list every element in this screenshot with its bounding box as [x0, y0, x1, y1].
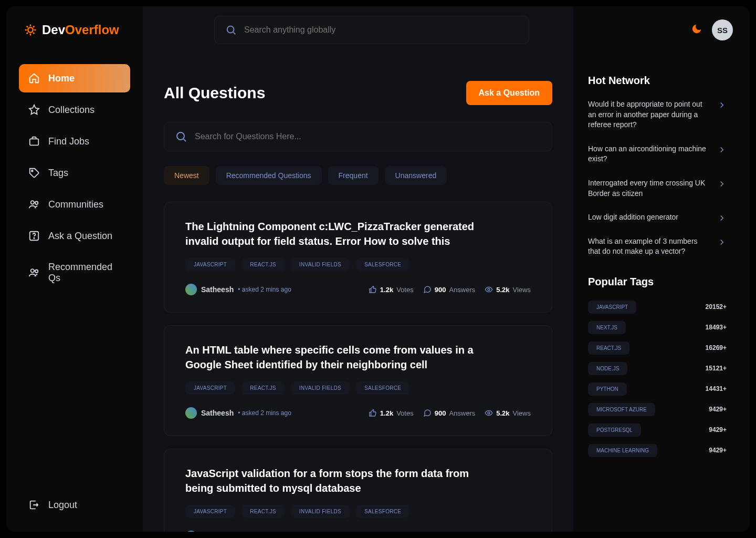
- theme-toggle[interactable]: [691, 23, 702, 37]
- popular-tag[interactable]: JAVASCRIPT: [588, 301, 636, 314]
- question-tag[interactable]: JAVASCRIPT: [185, 381, 235, 395]
- sidebar-item-home[interactable]: Home: [19, 64, 130, 92]
- chevron-right-icon: [717, 212, 727, 222]
- chevron-right-icon: [717, 144, 727, 153]
- popular-tags-list: JAVASCRIPT20152+NEXT.JS18493+REACT.JS162…: [588, 301, 727, 457]
- filter-recommended-questions[interactable]: Recommended Questions: [216, 166, 322, 185]
- question-tags: JAVASCRIPTREACT.JSINVALID FIELDSSALESFOR…: [185, 505, 531, 518]
- question-list: The Lightning Component c:LWC_PizzaTrack…: [164, 202, 552, 532]
- sidebar-item-label: Recommended Qs: [48, 262, 121, 284]
- sidebar-item-collections[interactable]: Collections: [19, 96, 130, 124]
- hot-network-item[interactable]: Low digit addition generator: [588, 212, 727, 223]
- question-tag[interactable]: JAVASCRIPT: [185, 258, 235, 271]
- chevron-right-icon: [717, 99, 727, 109]
- popular-tag-item[interactable]: POSTGRESQL9429+: [588, 423, 727, 437]
- user-avatar[interactable]: SS: [712, 19, 733, 40]
- hot-network-list: Would it be appropriate to point out an …: [588, 99, 727, 257]
- global-search-input[interactable]: [244, 25, 518, 35]
- popular-tag-count: 18493+: [706, 324, 727, 331]
- question-tag[interactable]: JAVASCRIPT: [185, 505, 235, 518]
- sidebar-item-recommended-qs[interactable]: Recommended Qs: [19, 253, 130, 292]
- filter-row: NewestRecommended QuestionsFrequentUnans…: [164, 166, 552, 185]
- question-tag[interactable]: SALESFORCE: [356, 258, 410, 271]
- sidebar-item-label: Tags: [48, 168, 68, 179]
- logout-label: Logout: [48, 500, 77, 511]
- question-tag[interactable]: SALESFORCE: [356, 381, 410, 395]
- hot-item-text: Low digit addition generator: [588, 212, 678, 223]
- question-title[interactable]: The Lightning Component c:LWC_PizzaTrack…: [185, 219, 479, 249]
- question-tag[interactable]: REACT.JS: [242, 258, 285, 271]
- svg-point-8: [31, 269, 34, 272]
- logout-button[interactable]: Logout: [19, 491, 130, 519]
- question-tags: JAVASCRIPTREACT.JSINVALID FIELDSSALESFOR…: [185, 258, 531, 271]
- question-card[interactable]: An HTML table where specific cells come …: [164, 325, 552, 436]
- question-tag[interactable]: REACT.JS: [242, 381, 285, 395]
- popular-tag-item[interactable]: JAVASCRIPT20152+: [588, 301, 727, 314]
- popular-tag[interactable]: PYTHON: [588, 382, 627, 396]
- author-avatar[interactable]: [185, 407, 197, 419]
- author-name[interactable]: Satheesh: [201, 409, 234, 417]
- sidebar: HomeCollectionsFind JobsTagsCommunitiesA…: [6, 6, 143, 532]
- hot-item-text: What is an example of 3 numbers that do …: [588, 236, 711, 257]
- question-card[interactable]: The Lightning Component c:LWC_PizzaTrack…: [164, 202, 552, 313]
- hot-network-item[interactable]: Would it be appropriate to point out an …: [588, 99, 727, 130]
- sidebar-item-label: Communities: [48, 199, 103, 210]
- popular-tag-item[interactable]: NODE.JS15121+: [588, 362, 727, 375]
- popular-tag[interactable]: NODE.JS: [588, 362, 627, 375]
- sidebar-item-find-jobs[interactable]: Find Jobs: [19, 127, 130, 156]
- ask-question-button[interactable]: Ask a Question: [466, 81, 552, 105]
- eye-icon: [485, 409, 493, 417]
- question-tag[interactable]: INVALID FIELDS: [291, 381, 350, 395]
- question-tag[interactable]: INVALID FIELDS: [291, 505, 350, 518]
- message-icon: [423, 409, 432, 417]
- hot-network-item[interactable]: Interrogated every time crossing UK Bord…: [588, 178, 727, 199]
- popular-tag-count: 9429+: [709, 406, 727, 413]
- hot-network-item[interactable]: What is an example of 3 numbers that do …: [588, 236, 727, 257]
- popular-tag-count: 9429+: [709, 447, 727, 454]
- question-tag[interactable]: REACT.JS: [242, 505, 285, 518]
- popular-tag[interactable]: POSTGRESQL: [588, 423, 641, 437]
- logo[interactable]: DevOverflow: [23, 23, 128, 37]
- popular-tag[interactable]: MACHINE LEARNING: [588, 444, 657, 457]
- hot-network-item[interactable]: How can an airconditioning machine exist…: [588, 144, 727, 164]
- sidebar-item-communities[interactable]: Communities: [19, 190, 130, 219]
- sidebar-item-tags[interactable]: Tags: [19, 159, 130, 187]
- views-stat: 5.2kViews: [485, 285, 531, 294]
- local-search[interactable]: [164, 122, 552, 151]
- popular-tag-item[interactable]: REACT.JS16269+: [588, 342, 727, 355]
- filter-unanswered[interactable]: Unanswered: [385, 166, 447, 185]
- question-title[interactable]: JavaScript validation for a form stops t…: [185, 466, 479, 495]
- question-tag[interactable]: INVALID FIELDS: [291, 258, 350, 271]
- popular-tag[interactable]: MICROSOFT AZURE: [588, 403, 655, 416]
- answers-stat: 900Answers: [423, 409, 476, 417]
- question-card[interactable]: JavaScript validation for a form stops t…: [164, 449, 552, 532]
- popular-tag-count: 14431+: [706, 385, 727, 392]
- like-icon: [369, 409, 377, 417]
- author-avatar[interactable]: [185, 531, 197, 532]
- moon-icon: [691, 23, 702, 35]
- local-search-input[interactable]: [195, 132, 541, 141]
- sidebar-item-label: Collections: [48, 105, 94, 116]
- question-title[interactable]: An HTML table where specific cells come …: [185, 343, 479, 372]
- filter-newest[interactable]: Newest: [164, 166, 209, 185]
- popular-tag-count: 9429+: [709, 426, 727, 433]
- popular-tag-item[interactable]: MACHINE LEARNING9429+: [588, 444, 727, 457]
- popular-tag-item[interactable]: NEXT.JS18493+: [588, 321, 727, 334]
- popular-tag[interactable]: REACT.JS: [588, 342, 629, 355]
- page-title: All Questions: [164, 84, 265, 102]
- author-name[interactable]: Satheesh: [201, 285, 234, 294]
- question-tag[interactable]: SALESFORCE: [356, 505, 410, 518]
- author-avatar[interactable]: [185, 284, 197, 295]
- svg-point-10: [177, 132, 184, 140]
- popular-tag[interactable]: NEXT.JS: [588, 321, 626, 334]
- popular-tag-item[interactable]: PYTHON14431+: [588, 382, 727, 396]
- popular-tags-title: Popular Tags: [588, 276, 727, 288]
- right-sidebar: Hot Network Would it be appropriate to p…: [573, 6, 741, 532]
- sidebar-item-ask-a-question[interactable]: Ask a Question: [19, 222, 130, 250]
- filter-frequent[interactable]: Frequent: [328, 166, 379, 185]
- popular-tag-item[interactable]: MICROSOFT AZURE9429+: [588, 403, 727, 416]
- global-search[interactable]: [214, 16, 529, 44]
- eye-icon: [485, 285, 493, 294]
- brand-part1: Dev: [42, 23, 65, 37]
- asked-time: • asked 2 mins ago: [238, 409, 291, 417]
